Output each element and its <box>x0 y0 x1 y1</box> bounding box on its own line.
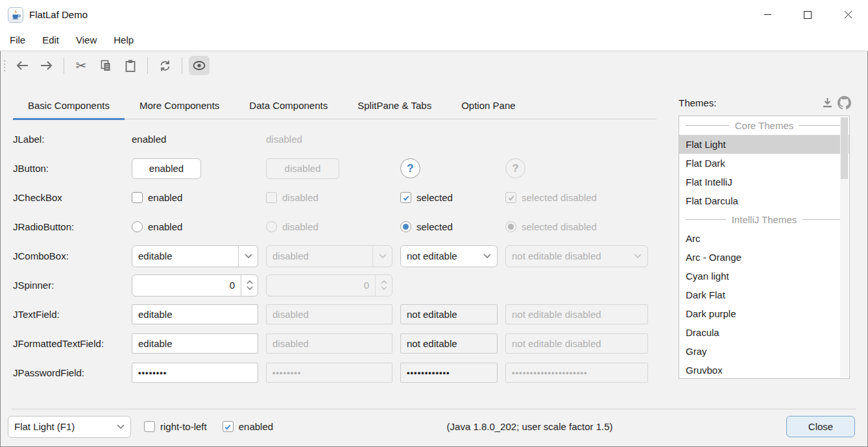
window-title: FlatLaf Demo <box>29 9 88 20</box>
paste-button[interactable] <box>120 56 141 75</box>
back-icon <box>15 60 29 71</box>
help-button-disabled: ? <box>505 158 525 178</box>
chevron-down-icon <box>247 286 253 290</box>
tab-splitpane-tabs[interactable]: SplitPane & Tabs <box>343 91 446 119</box>
passwordfield-not-editable-disabled: ••••••••••••••••••••• <box>505 363 648 383</box>
jradiobutton-row-label: JRadioButton: <box>13 221 124 232</box>
jbutton-disabled: disabled <box>266 158 339 179</box>
theme-item[interactable]: Arc <box>679 229 849 248</box>
status-text: (Java 1.8.0_202; user scale factor 1.5) <box>273 421 786 432</box>
chevron-down-icon <box>381 286 387 290</box>
radio-selected-icon <box>505 221 516 232</box>
checkbox-unchecked-icon <box>132 192 143 203</box>
chevron-down-icon <box>628 246 647 267</box>
jcombobox-row-label: JComboBox: <box>13 250 124 261</box>
menu-help[interactable]: Help <box>105 29 142 51</box>
github-icon <box>838 96 851 110</box>
forward-button[interactable] <box>36 56 57 75</box>
tab-data-components[interactable]: Data Components <box>234 91 343 119</box>
scrollbar-thumb[interactable] <box>841 117 848 179</box>
passwordfield-editable[interactable]: •••••••• <box>132 363 258 383</box>
theme-item[interactable]: Cyan light <box>679 267 849 285</box>
app-window: FlatLaf Demo File Edit View Help <box>0 0 868 447</box>
chevron-up-icon <box>247 280 253 284</box>
radio-disabled: disabled <box>266 221 392 232</box>
close-button[interactable]: Close <box>786 416 855 437</box>
chevron-down-icon[interactable] <box>477 246 497 267</box>
toolbar-separator <box>64 57 64 74</box>
jbutton-enabled[interactable]: enabled <box>132 158 201 179</box>
close-window-button[interactable] <box>828 0 868 29</box>
menu-file[interactable]: File <box>1 29 34 51</box>
formattedfield-not-editable: not editable <box>400 333 498 354</box>
spinner-disabled: 0 <box>266 274 392 296</box>
java-app-icon <box>8 7 23 23</box>
combobox-disabled: disabled <box>266 245 392 267</box>
cut-icon: ✂ <box>76 59 87 72</box>
combobox-not-editable[interactable]: not editable <box>400 245 498 267</box>
spinner-arrows[interactable] <box>241 275 258 296</box>
show-toggle-button[interactable] <box>189 56 210 75</box>
jlabel-disabled: disabled <box>266 134 392 145</box>
refresh-icon <box>159 60 171 72</box>
theme-item[interactable]: Flat Light <box>679 135 849 154</box>
checkbox-selected[interactable]: selected <box>400 192 498 203</box>
spinner[interactable]: 0 <box>132 274 258 296</box>
combobox-editable[interactable]: editable <box>132 245 258 267</box>
theme-item[interactable]: Dark Flat <box>679 285 849 304</box>
checkbox-enabled[interactable]: enabled <box>132 192 258 203</box>
chevron-down-icon[interactable] <box>238 246 258 267</box>
toolbar: ✂ <box>0 52 868 79</box>
maximize-button[interactable] <box>788 0 828 29</box>
eye-icon <box>193 61 206 70</box>
chevron-down-icon <box>111 417 130 437</box>
github-button[interactable] <box>836 94 852 111</box>
textfield-editable[interactable]: editable <box>132 304 258 324</box>
toolbar-grip[interactable] <box>4 60 5 71</box>
menu-edit[interactable]: Edit <box>34 29 67 51</box>
maximize-icon <box>804 11 812 19</box>
toolbar-separator <box>182 57 182 74</box>
lookandfeel-combobox[interactable]: Flat Light (F1) <box>8 416 131 438</box>
jspinner-row-label: JSpinner: <box>13 280 124 291</box>
cut-button[interactable]: ✂ <box>71 56 91 75</box>
refresh-button[interactable] <box>154 56 175 75</box>
theme-item[interactable]: Flat Dark <box>679 154 849 173</box>
themes-list: Core Themes Flat Light Flat Dark Flat In… <box>679 115 850 379</box>
tabbed-pane: Basic Components More Components Data Co… <box>13 91 657 119</box>
theme-item[interactable]: Dracula <box>679 323 849 342</box>
radio-enabled[interactable]: enabled <box>132 221 258 232</box>
copy-button[interactable] <box>95 56 116 75</box>
jlabel-enabled: enabled <box>132 134 258 145</box>
minimize-button[interactable] <box>747 0 788 29</box>
forward-icon <box>40 60 54 71</box>
tab-basic-components[interactable]: Basic Components <box>13 91 125 119</box>
jcheckbox-row-label: JCheckBox <box>13 192 124 203</box>
download-icon <box>822 97 833 108</box>
radio-selected[interactable]: selected <box>400 221 498 232</box>
help-button[interactable]: ? <box>400 158 420 178</box>
menubar: File Edit View Help <box>0 29 868 51</box>
theme-item[interactable]: Flat Darcula <box>679 191 849 210</box>
download-button[interactable] <box>819 94 836 111</box>
checkbox-disabled: disabled <box>266 192 392 203</box>
formattedfield-editable[interactable]: editable <box>132 333 258 354</box>
enabled-checkbox[interactable]: enabled <box>223 421 273 432</box>
back-button[interactable] <box>12 56 32 75</box>
tab-option-pane[interactable]: Option Pane <box>446 91 530 119</box>
copy-icon <box>100 60 112 71</box>
theme-item[interactable]: Arc - Orange <box>679 248 849 267</box>
right-to-left-checkbox[interactable]: right-to-left <box>144 421 207 432</box>
theme-item[interactable]: Gray <box>679 342 849 361</box>
menu-view[interactable]: View <box>67 29 105 51</box>
theme-item[interactable]: Flat IntelliJ <box>679 173 849 191</box>
checkbox-unchecked-icon <box>266 192 277 203</box>
checkbox-checked-icon <box>400 192 411 203</box>
scrollbar-track[interactable] <box>840 117 849 378</box>
theme-item[interactable]: Gruvbox <box>679 361 849 379</box>
jbutton-row-label: JButton: <box>13 163 124 174</box>
tab-more-components[interactable]: More Components <box>125 91 234 119</box>
jtextfield-row-label: JTextField: <box>13 309 124 320</box>
theme-item[interactable]: Dark purple <box>679 304 849 323</box>
checkbox-checked-icon <box>223 421 234 432</box>
